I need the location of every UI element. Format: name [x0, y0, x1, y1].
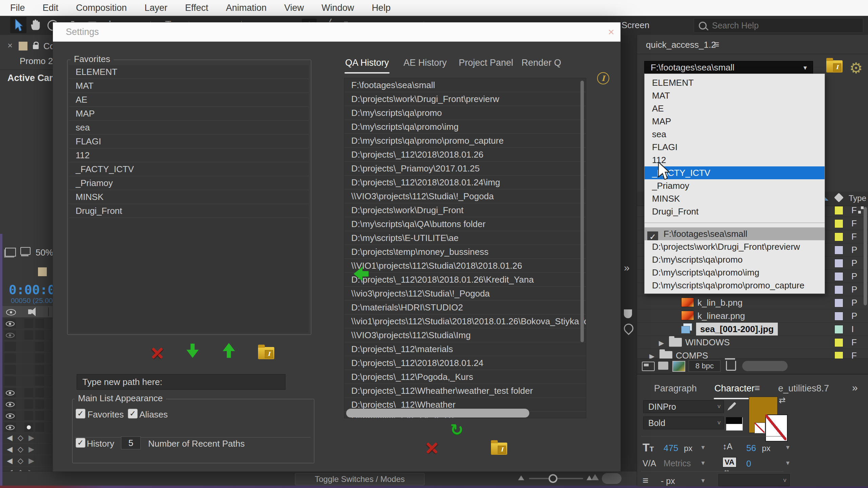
history-list-item[interactable]: D:\projects\_112\Wheather\weather_test f… [344, 384, 586, 398]
layer-solo-toggle[interactable] [24, 319, 33, 328]
favorites-list-item[interactable]: MAP [69, 107, 309, 121]
project-row[interactable]: k_lin_b.png P [637, 296, 868, 309]
menu-item[interactable]: Edit [43, 3, 59, 13]
prev-keyframe-icon[interactable]: ◀ [7, 456, 13, 465]
favorites-checkbox-label[interactable]: Favorites [87, 409, 124, 420]
path-dropdown-arrow-icon[interactable]: ▼ [802, 62, 808, 74]
zoom-out-icon[interactable] [518, 475, 524, 480]
font-family-select[interactable]: DINPro ˅ [643, 400, 724, 413]
layer-lock-toggle[interactable] [35, 330, 44, 340]
scroll-pill[interactable] [602, 473, 622, 484]
project-row[interactable]: ▶WINDOWS F [637, 336, 868, 349]
history-list-item[interactable]: D:\my\scripts\qa\promo [344, 106, 586, 120]
layer-visibility-toggle[interactable] [4, 353, 16, 363]
history-list-item[interactable]: D:\my\scripts\E-UTILITE\ae [344, 231, 586, 245]
new-path-input[interactable] [77, 374, 285, 390]
history-list-item[interactable]: D:\my\scripts\qa\promo\promo_capture [344, 134, 586, 148]
hand-tool-icon[interactable] [31, 19, 42, 32]
history-list-item[interactable]: D:\projects\_112\2018\2018.01.26\Kredit_… [344, 273, 586, 287]
current-path-select[interactable]: F:\footages\sea\small ▼ [644, 61, 813, 74]
history-list-item[interactable]: \\VIO3\projects\112\Studia\!_Pogoda [344, 189, 586, 203]
project-row[interactable]: k_linear.png P [637, 309, 868, 323]
menu-item[interactable]: Composition [76, 3, 127, 13]
search-input[interactable] [711, 20, 842, 31]
layer-solo-toggle[interactable] [24, 400, 33, 409]
layer-row[interactable] [0, 399, 53, 410]
layer-visibility-toggle[interactable] [4, 423, 16, 432]
layer-solo-toggle[interactable] [24, 388, 33, 397]
next-keyframe-icon[interactable]: ▶ [28, 445, 34, 454]
favorites-list-item[interactable]: 112 [69, 148, 309, 162]
layer-row[interactable] [0, 341, 53, 352]
character-menu-icon[interactable]: ≡ [754, 383, 760, 393]
label-color-swatch[interactable] [834, 272, 843, 281]
project-scrollbar[interactable] [864, 207, 867, 305]
pin-icon[interactable] [622, 322, 635, 335]
dropdown-item[interactable]: ✓_FACTY_ICTV [645, 166, 825, 179]
dropdown-item[interactable]: ✓sea [645, 128, 825, 141]
history-checkbox[interactable]: ✓ [76, 438, 85, 448]
add-folder-button[interactable]: I [258, 347, 274, 359]
favorites-list-item[interactable]: MAT [69, 79, 309, 93]
layer-visibility-toggle[interactable] [4, 411, 16, 420]
delete-history-button[interactable] [426, 442, 439, 455]
favorites-list-item[interactable]: Drugi_Front [69, 204, 309, 218]
dropdown-item[interactable]: ✓Drugi_Front [645, 205, 825, 218]
dialog-title-bar[interactable]: Settings × [53, 22, 620, 42]
layer-row[interactable] [0, 364, 53, 375]
next-keyframe-icon[interactable]: ▶ [28, 456, 34, 465]
dropdown-item[interactable]: ✓D:\my\scripts\qa\promo\img [645, 266, 825, 279]
dropdown-item[interactable]: ✓112 [645, 154, 825, 166]
favorites-list-item[interactable]: MINSK [69, 190, 309, 204]
multi-view-icon[interactable] [5, 248, 16, 257]
video-column-icon[interactable] [6, 309, 16, 316]
delete-favorite-button[interactable] [151, 347, 164, 360]
layer-lock-toggle[interactable] [35, 411, 44, 420]
new-comp-icon[interactable] [672, 361, 685, 372]
history-list-item[interactable]: D:\projects\work\Drugi_Front\previerw [344, 92, 586, 106]
viewer-zoom-level[interactable]: 50% [36, 247, 53, 258]
label-column-icon[interactable] [834, 193, 844, 202]
history-list-item[interactable]: D:\projects\_112\2018\2018.01.24\img [344, 176, 586, 189]
layer-row[interactable] [0, 410, 53, 422]
prev-keyframe-icon[interactable]: ◀ [7, 433, 13, 442]
open-folder-button[interactable]: I [826, 60, 843, 73]
dropdown-item[interactable]: ✓D:\my\scripts\qa\promo\promo_capture [645, 279, 825, 292]
menu-item[interactable]: Help [372, 3, 391, 13]
favorites-list-item[interactable]: _Priamoy [69, 176, 309, 190]
add-keyframe-icon[interactable]: ◇ [18, 433, 23, 442]
refresh-history-button[interactable]: ↻ [450, 423, 463, 436]
layer-row[interactable] [0, 422, 53, 433]
swap-colors-icon[interactable]: ⇄ [779, 395, 786, 405]
kerning-value[interactable]: Metrics [664, 459, 691, 468]
layer-lock-toggle[interactable] [35, 400, 44, 409]
eyedropper-icon[interactable] [729, 402, 736, 409]
label-color-swatch[interactable] [834, 259, 843, 268]
expand-panel-icon[interactable]: » [624, 262, 630, 273]
add-keyframe-icon[interactable]: ◇ [18, 456, 23, 465]
dropdown-item[interactable]: ✓ELEMENT [645, 76, 825, 89]
layer-visibility-toggle[interactable] [4, 342, 16, 351]
tab-e-utilities[interactable]: e_utilities8.7 [778, 383, 829, 394]
zoom-in-icon-2[interactable] [591, 474, 599, 480]
dialog-close-icon[interactable]: × [608, 26, 614, 38]
move-down-button[interactable] [186, 344, 199, 359]
dropdown-item[interactable]: ✓MAP [645, 115, 825, 128]
layer-lock-toggle[interactable] [35, 423, 44, 432]
add-keyframe-icon[interactable]: ◇ [18, 445, 23, 454]
layer-lock-toggle[interactable] [35, 365, 44, 374]
lock-icon[interactable] [33, 45, 39, 49]
dropdown-item[interactable]: ✓FLAGI [645, 141, 825, 154]
menu-item[interactable]: Effect [185, 3, 209, 13]
dropdown-item[interactable]: ✓MAT [645, 89, 825, 102]
favorites-list-item[interactable]: FLAGI [69, 135, 309, 148]
dropdown-item[interactable]: ✓ [645, 218, 825, 227]
extra-select[interactable]: ˅ [718, 474, 790, 486]
layer-lock-toggle[interactable] [35, 319, 44, 328]
layer-solo-toggle[interactable] [24, 423, 33, 432]
history-list-item[interactable]: D:\projects\temp\money_bussiness [344, 245, 586, 259]
label-color-swatch[interactable] [834, 299, 843, 307]
monitor-icon[interactable] [20, 247, 31, 255]
layer-visibility-toggle[interactable] [4, 388, 16, 397]
history-list-item[interactable]: D:\my\scripts\qa\promo\img [344, 120, 586, 134]
